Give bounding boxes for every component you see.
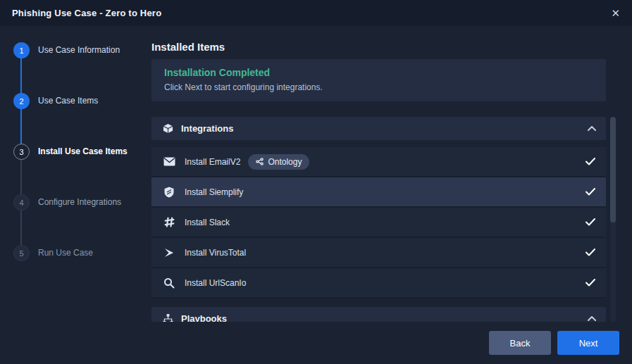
ontology-badge[interactable]: Ontology bbox=[248, 154, 309, 170]
list-item-install-virustotal[interactable]: Install VirusTotal bbox=[151, 238, 606, 268]
modal-titlebar: Phishing Use Case - Zero to Hero ✕ bbox=[0, 0, 632, 26]
installed-items-list: Integrations Install EmailV2 Ontology bbox=[151, 117, 606, 322]
playbooks-section-header[interactable]: Playbooks bbox=[151, 307, 606, 322]
installation-completed-subtitle: Click Next to start configuring integrat… bbox=[164, 82, 593, 92]
check-icon bbox=[585, 279, 595, 287]
modal-title: Phishing Use Case - Zero to Hero bbox=[12, 8, 161, 18]
scrollbar-track[interactable] bbox=[610, 117, 616, 322]
check-icon bbox=[585, 218, 595, 226]
step-label: Configure Integrations bbox=[38, 194, 121, 211]
next-button[interactable]: Next bbox=[557, 331, 619, 355]
section-label: Integrations bbox=[181, 123, 233, 134]
siemplify-shield-icon bbox=[162, 187, 176, 198]
step-number-badge: 1 bbox=[13, 42, 30, 58]
step-number-badge: 5 bbox=[13, 245, 30, 261]
main-content: Installed Items Installation Completed C… bbox=[151, 26, 632, 364]
slack-icon bbox=[162, 217, 176, 227]
step-number-badge: 4 bbox=[13, 194, 30, 211]
step-label: Run Use Case bbox=[38, 245, 93, 261]
chevron-up-icon[interactable] bbox=[588, 126, 596, 131]
step-run-use-case[interactable]: 5 Run Use Case bbox=[13, 245, 151, 296]
integrations-section-header[interactable]: Integrations bbox=[151, 117, 606, 140]
check-icon bbox=[585, 158, 595, 165]
installation-completed-title: Installation Completed bbox=[164, 67, 593, 78]
list-item-install-slack[interactable]: Install Slack bbox=[151, 208, 606, 238]
step-use-case-information[interactable]: 1 Use Case Information bbox=[13, 42, 151, 93]
wizard-footer: Back Next bbox=[0, 322, 632, 364]
page-title: Installed Items bbox=[151, 41, 632, 53]
wizard-stepper-sidebar: 1 Use Case Information 2 Use Case Items … bbox=[0, 26, 151, 364]
modal-body: 1 Use Case Information 2 Use Case Items … bbox=[0, 26, 632, 364]
step-number-badge: 2 bbox=[13, 93, 30, 109]
item-label: Install VirusTotal bbox=[185, 248, 246, 258]
stepper: 1 Use Case Information 2 Use Case Items … bbox=[13, 42, 151, 296]
item-label: Install EmailV2 bbox=[185, 157, 240, 167]
integrations-rows: Install EmailV2 Ontology Ins bbox=[151, 147, 606, 299]
step-label: Use Case Information bbox=[38, 42, 120, 58]
installation-status-banner: Installation Completed Click Next to sta… bbox=[151, 59, 606, 101]
ontology-icon bbox=[256, 158, 264, 165]
list-item-install-siemplify[interactable]: Install Siemplify bbox=[151, 177, 606, 208]
scrollbar-thumb[interactable] bbox=[610, 117, 616, 222]
email-icon bbox=[162, 157, 176, 166]
use-case-wizard-modal: Phishing Use Case - Zero to Hero ✕ 1 Use… bbox=[0, 0, 632, 364]
step-configure-integrations[interactable]: 4 Configure Integrations bbox=[13, 194, 151, 245]
urlscan-magnifier-icon bbox=[162, 277, 176, 289]
close-icon[interactable]: ✕ bbox=[611, 8, 620, 18]
item-label: Install UrlScanIo bbox=[185, 278, 246, 288]
list-item-install-emailv2[interactable]: Install EmailV2 Ontology bbox=[151, 147, 606, 177]
item-label: Install Siemplify bbox=[185, 187, 243, 197]
step-install-use-case-items[interactable]: 3 Install Use Case Items bbox=[13, 144, 151, 194]
step-use-case-items[interactable]: 2 Use Case Items bbox=[13, 93, 151, 144]
back-button[interactable]: Back bbox=[489, 331, 551, 355]
integrations-icon bbox=[161, 123, 174, 134]
section-gap bbox=[151, 299, 606, 307]
section-label: Playbooks bbox=[181, 313, 227, 322]
item-label: Install Slack bbox=[185, 218, 230, 227]
step-number-badge: 3 bbox=[13, 144, 30, 160]
playbooks-icon bbox=[161, 314, 174, 322]
check-icon bbox=[585, 249, 595, 256]
badge-label: Ontology bbox=[268, 157, 302, 167]
chevron-up-icon[interactable] bbox=[588, 316, 596, 321]
check-icon bbox=[585, 188, 595, 196]
step-label: Use Case Items bbox=[38, 93, 98, 109]
list-item-install-urlscanio[interactable]: Install UrlScanIo bbox=[151, 268, 606, 299]
virustotal-icon bbox=[162, 248, 176, 258]
step-label: Install Use Case Items bbox=[38, 144, 128, 160]
